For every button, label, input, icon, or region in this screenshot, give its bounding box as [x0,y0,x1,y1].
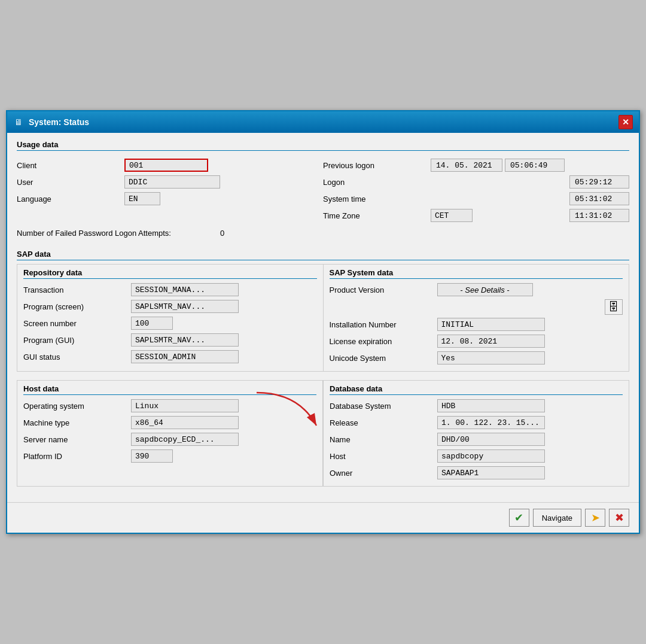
usage-data-columns: Client 001 User DDIC Language EN [17,158,629,225]
gui-status-row: GUI status SESSION_ADMIN [23,350,317,364]
user-label: User [17,178,124,187]
host-data-title: Host data [23,384,316,395]
host-data-section: Host data Operating system Linux Machine… [17,381,323,486]
user-row: User DDIC [17,175,323,189]
language-label: Language [17,195,124,203]
client-value[interactable]: 001 [124,159,208,172]
program-screen-row: Program (screen) SAPLSMTR_NAV... [23,299,317,314]
previous-logon-label: Previous logon [323,161,431,170]
program-gui-label: Program (GUI) [23,336,131,345]
screen-number-row: Screen number 100 [23,316,317,330]
platform-id-row: Platform ID 390 [23,449,316,463]
database-data-title: Database data [330,384,623,395]
db-system-label: Database System [330,402,437,411]
os-row: Operating system Linux [23,399,316,413]
arrow-icon: ➤ [591,511,600,524]
language-row: Language EN [17,192,323,206]
system-time-row: System time 05:31:02 [323,192,629,206]
usage-left-col: Client 001 User DDIC Language EN [17,158,323,225]
usage-data-section: Usage data Client 001 User DDIC [17,140,629,241]
check-icon: ✔ [514,511,523,524]
transaction-label: Transaction [23,285,131,294]
timezone-value: CET [431,209,473,222]
failed-attempts-row: Number of Failed Password Logon Attempts… [17,229,629,238]
usage-right-col: Previous logon 14. 05. 2021 05:06:49 Log… [323,158,629,225]
close-footer-icon: ✖ [615,511,624,524]
previous-logon-time: 05:06:49 [505,159,565,172]
system-status-window: 🖥 System: Status ✕ Usage data Client 001 [6,110,640,534]
db-name-label: Name [330,435,437,444]
system-time-label: System time [323,195,431,203]
installation-number-label: Installation Number [330,320,437,329]
previous-logon-date: 14. 05. 2021 [431,159,502,172]
title-bar: 🖥 System: Status ✕ [7,111,639,133]
window-icon: 🖥 [13,117,24,127]
installation-number-row: Installation Number INITIAL [330,317,623,332]
system-time-value: 05:31:02 [569,192,629,205]
transaction-row: Transaction SESSION_MANA... [23,282,317,297]
sap-data-section: SAP data Repository data Transaction SES… [17,250,629,372]
owner-value: SAPABAP1 [437,466,545,479]
client-row: Client 001 [17,158,323,172]
db-icon: 🗄 [608,301,619,314]
program-screen-value: SAPLSMTR_NAV... [131,300,239,313]
title-bar-left: 🖥 System: Status [13,117,89,127]
database-data-section: Database data Database System HDB Releas… [323,381,629,486]
product-version-value: - See Details - [437,283,533,296]
platform-id-label: Platform ID [23,452,131,461]
db-host-row: Host sapdbcopy [330,449,623,463]
language-value: EN [124,192,160,205]
client-label: Client [17,161,124,170]
owner-label: Owner [330,469,437,478]
sap-system-data: SAP System data Product Version - See De… [324,265,629,371]
server-name-label: Server name [23,435,131,444]
navigate-button[interactable]: Navigate [533,509,581,527]
owner-row: Owner SAPABAP1 [330,466,623,480]
product-version-label: Product Version [330,285,437,294]
previous-logon-row: Previous logon 14. 05. 2021 05:06:49 [323,158,629,172]
gui-status-label: GUI status [23,353,131,362]
sap-data-container: Repository data Transaction SESSION_MANA… [17,264,629,372]
db-name-row: Name DHD/00 [330,432,623,446]
host-db-section: Host data Operating system Linux Machine… [17,380,629,487]
close-button[interactable]: ✕ [618,115,633,129]
check-button[interactable]: ✔ [509,509,529,527]
server-name-row: Server name sapdbcopy_ECD_... [23,432,316,446]
product-version-row: Product Version - See Details - [330,282,623,297]
host-db-container: Host data Operating system Linux Machine… [17,380,629,487]
program-gui-row: Program (GUI) SAPLSMTR_NAV... [23,333,317,347]
failed-attempts-value: 0 [220,229,224,238]
program-gui-value: SAPLSMTR_NAV... [131,333,239,347]
logon-label: Logon [323,178,431,187]
machine-type-row: Machine type x86_64 [23,415,316,430]
navigate-label: Navigate [542,514,572,523]
db-icon-row: 🗄 [330,299,623,315]
installation-number-value: INITIAL [437,318,545,331]
machine-type-label: Machine type [23,418,131,427]
timezone-time: 11:31:02 [569,209,629,222]
release-value: 1. 00. 122. 23. 15... [437,416,545,429]
screen-number-label: Screen number [23,319,131,328]
db-host-label: Host [330,452,437,461]
usage-data-title: Usage data [17,140,629,151]
db-host-value: sapdbcopy [437,449,545,463]
user-value: DDIC [124,175,220,189]
close-footer-button[interactable]: ✖ [609,509,629,527]
release-row: Release 1. 00. 122. 23. 15... [330,415,623,430]
license-expiration-label: License expiration [330,337,437,346]
program-screen-label: Program (screen) [23,302,131,311]
usage-data-content: Client 001 User DDIC Language EN [17,154,629,241]
sap-data-title: SAP data [17,250,629,260]
unicode-system-value: Yes [437,351,545,364]
license-expiration-value: 12. 08. 2021 [437,335,545,348]
main-content: Usage data Client 001 User DDIC [7,133,639,502]
license-expiration-row: License expiration 12. 08. 2021 [330,334,623,348]
db-icon-button[interactable]: 🗄 [605,299,623,315]
transaction-value: SESSION_MANA... [131,283,239,296]
logon-time: 05:29:12 [569,175,629,189]
screen-number-value: 100 [131,317,173,330]
arrow-button[interactable]: ➤ [585,509,605,527]
unicode-system-label: Unicode System [330,354,437,363]
sap-system-title: SAP System data [330,268,623,279]
failed-attempts-label: Number of Failed Password Logon Attempts… [17,229,220,238]
